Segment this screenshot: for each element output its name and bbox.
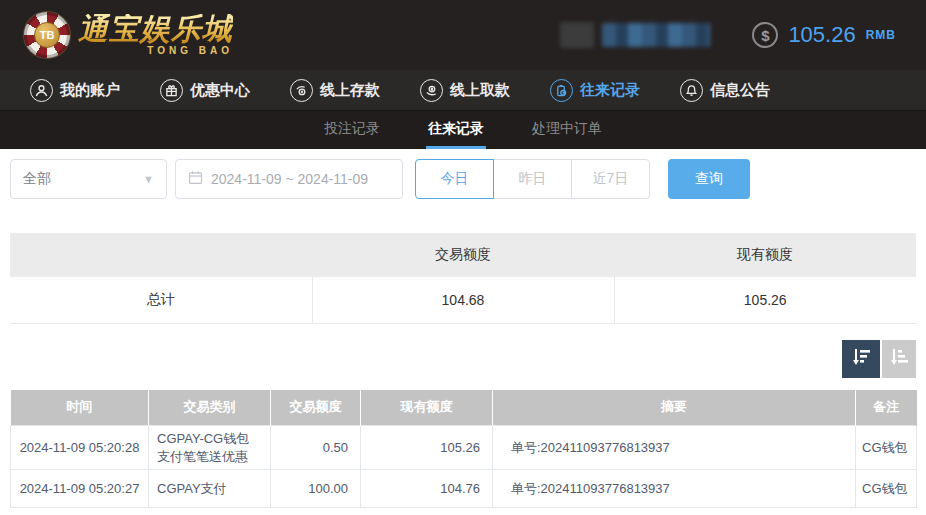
filter-bar: 全部 ▼ 2024-11-09 ~ 2024-11-09 今日 昨日 近7日 查… bbox=[0, 149, 926, 199]
chevron-down-icon: ▼ bbox=[143, 173, 154, 185]
type-select[interactable]: 全部 ▼ bbox=[10, 159, 167, 199]
cell-balance: 105.26 bbox=[361, 426, 493, 470]
cell-note: CG钱包 bbox=[856, 426, 917, 470]
col-header-balance: 现有额度 bbox=[361, 390, 493, 426]
nav-item-withdraw[interactable]: 线上取款 bbox=[420, 79, 510, 102]
cell-type: CGPAY-CG钱包支付笔笔送优惠 bbox=[149, 426, 271, 470]
user-icon bbox=[30, 79, 53, 102]
cell-note: CG钱包 bbox=[856, 470, 917, 508]
sub-tab-bar: 投注记录 往来记录 处理中订单 bbox=[0, 111, 926, 149]
tab-betting-records[interactable]: 投注记录 bbox=[322, 111, 382, 149]
sort-ascending-icon bbox=[888, 346, 910, 371]
withdraw-icon bbox=[420, 79, 443, 102]
deposit-icon bbox=[290, 79, 313, 102]
today-button[interactable]: 今日 bbox=[415, 159, 494, 199]
summary-trade-amount-value: 104.68 bbox=[312, 277, 614, 323]
summary-current-amount-value: 105.26 bbox=[614, 277, 916, 323]
sort-ascending-button[interactable] bbox=[882, 340, 916, 378]
cell-amount: 0.50 bbox=[271, 426, 361, 470]
summary-total-label: 总计 bbox=[10, 277, 312, 323]
cell-summary: 单号:202411093776813937 bbox=[493, 470, 856, 508]
summary-header-row: 交易额度 现有额度 bbox=[10, 233, 916, 277]
logo-subtitle: TONG BAO bbox=[147, 46, 233, 56]
nav-label: 往来记录 bbox=[580, 81, 640, 100]
col-header-summary: 摘要 bbox=[493, 390, 856, 426]
logo-title: 通宝娱乐城 bbox=[78, 14, 233, 44]
records-icon bbox=[550, 79, 573, 102]
avatar bbox=[560, 22, 594, 48]
last7days-button[interactable]: 近7日 bbox=[571, 159, 650, 199]
nav-label: 我的账户 bbox=[60, 81, 120, 100]
col-header-type: 交易类别 bbox=[149, 390, 271, 426]
date-range-value: 2024-11-09 ~ 2024-11-09 bbox=[211, 171, 368, 187]
summary-total-row: 总计 104.68 105.26 bbox=[10, 277, 916, 323]
type-select-value: 全部 bbox=[23, 170, 51, 188]
sort-descending-button[interactable] bbox=[842, 340, 880, 378]
search-button[interactable]: 查询 bbox=[668, 159, 750, 199]
dollar-circle-icon: $ bbox=[752, 22, 778, 48]
sort-controls bbox=[10, 340, 916, 378]
nav-label: 信息公告 bbox=[710, 81, 770, 100]
username-text-redacted bbox=[602, 23, 710, 47]
tab-pending-orders[interactable]: 处理中订单 bbox=[530, 111, 604, 149]
cell-time: 2024-11-09 05:20:27 bbox=[11, 470, 149, 508]
table-header-row: 时间 交易类别 交易额度 现有额度 摘要 备注 bbox=[11, 390, 917, 426]
casino-chip-icon: TB bbox=[24, 12, 70, 58]
nav-item-deposit[interactable]: 线上存款 bbox=[290, 79, 380, 102]
table-row: 2024-11-09 05:20:28 CGPAY-CG钱包支付笔笔送优惠 0.… bbox=[11, 426, 917, 470]
yesterday-button[interactable]: 昨日 bbox=[493, 159, 572, 199]
nav-item-promotions[interactable]: 优惠中心 bbox=[160, 79, 250, 102]
chip-tb-monogram: TB bbox=[34, 22, 60, 48]
nav-item-my-account[interactable]: 我的账户 bbox=[30, 79, 120, 102]
table-row: 2024-11-09 05:20:27 CGPAY支付 100.00 104.7… bbox=[11, 470, 917, 508]
summary-header-trade-amount: 交易额度 bbox=[312, 233, 614, 277]
summary-header-empty bbox=[10, 233, 312, 277]
calendar-icon bbox=[188, 170, 203, 188]
gift-icon bbox=[160, 79, 183, 102]
nav-item-announcements[interactable]: 信息公告 bbox=[680, 79, 770, 102]
sort-descending-icon bbox=[850, 346, 872, 371]
quick-date-buttons: 今日 昨日 近7日 bbox=[415, 159, 650, 199]
top-header: TB 通宝娱乐城 TONG BAO $ 105.26 RMB bbox=[0, 0, 926, 70]
bell-icon bbox=[680, 79, 703, 102]
summary-header-current-amount: 现有额度 bbox=[614, 233, 916, 277]
date-range-input[interactable]: 2024-11-09 ~ 2024-11-09 bbox=[175, 159, 403, 199]
cell-amount: 100.00 bbox=[271, 470, 361, 508]
col-header-time: 时间 bbox=[11, 390, 149, 426]
nav-label: 线上存款 bbox=[320, 81, 380, 100]
col-header-amount: 交易额度 bbox=[271, 390, 361, 426]
col-header-note: 备注 bbox=[856, 390, 917, 426]
cell-time: 2024-11-09 05:20:28 bbox=[11, 426, 149, 470]
nav-label: 线上取款 bbox=[450, 81, 510, 100]
tab-transaction-records[interactable]: 往来记录 bbox=[426, 111, 486, 149]
main-nav: 我的账户 优惠中心 线上存款 线上取款 bbox=[0, 70, 926, 111]
balance-display[interactable]: $ 105.26 RMB bbox=[752, 22, 896, 48]
summary-table: 交易额度 现有额度 总计 104.68 105.26 bbox=[10, 233, 916, 324]
nav-label: 优惠中心 bbox=[190, 81, 250, 100]
balance-amount: 105.26 bbox=[788, 22, 855, 48]
username-blurred[interactable] bbox=[560, 22, 710, 48]
nav-item-transaction-records[interactable]: 往来记录 bbox=[550, 79, 640, 102]
cell-summary: 单号:202411093776813937 bbox=[493, 426, 856, 470]
cell-type: CGPAY支付 bbox=[149, 470, 271, 508]
cell-balance: 104.76 bbox=[361, 470, 493, 508]
balance-currency: RMB bbox=[866, 28, 896, 42]
transactions-table: 时间 交易类别 交易额度 现有额度 摘要 备注 2024-11-09 05:20… bbox=[10, 390, 917, 509]
site-logo[interactable]: TB 通宝娱乐城 TONG BAO bbox=[24, 12, 233, 58]
